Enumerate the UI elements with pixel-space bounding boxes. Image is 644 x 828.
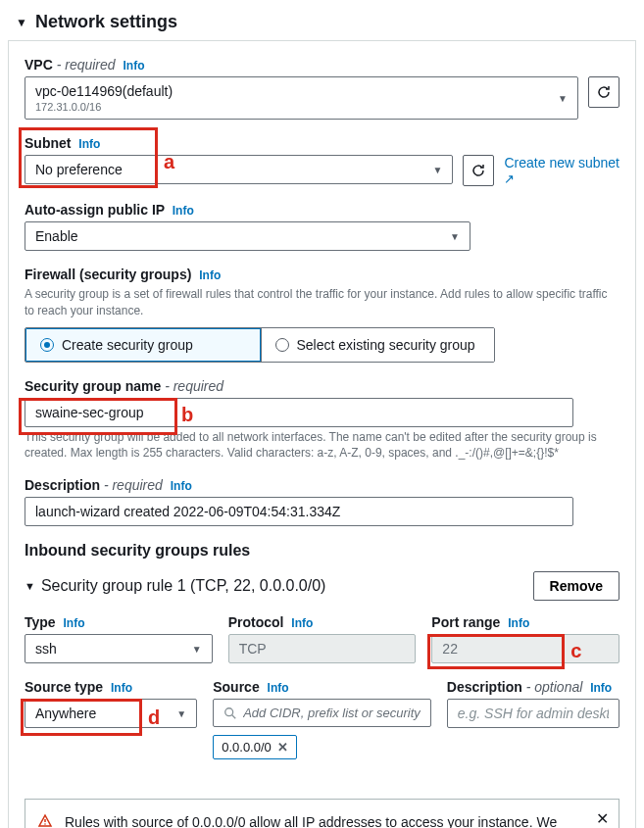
svg-line-1 [232, 714, 236, 718]
rule-port-field: Port range Info 22 c [431, 614, 619, 663]
section-title: Network settings [35, 12, 177, 32]
subnet-label: Subnet Info [25, 135, 619, 151]
sg-name-input[interactable] [25, 398, 573, 427]
vpc-select[interactable]: vpc-0e114969 (default) 172.31.0.0/16 ▼ [25, 76, 578, 120]
create-subnet-container: Create new subnet ↗ [504, 155, 619, 186]
rule-1-header: ▼ Security group rule 1 (TCP, 22, 0.0.0.… [25, 571, 619, 601]
chevron-down-icon: ▼ [176, 708, 186, 719]
rule-source-type-field: Source type Info Anywhere ▼ d [25, 679, 197, 759]
chevron-down-icon: ▼ [558, 93, 568, 104]
sg-name-label: Security group name - required [25, 378, 619, 394]
close-alert-button[interactable]: ✕ [596, 809, 609, 828]
chevron-down-icon: ▼ [192, 644, 202, 655]
subnet-select[interactable]: No preference ▼ [25, 155, 453, 184]
external-link-icon: ↗ [504, 171, 515, 186]
chevron-down-icon: ▼ [433, 165, 443, 175]
vpc-field: VPC - required Info vpc-0e114969 (defaul… [25, 57, 619, 120]
firewall-info-link[interactable]: Info [199, 268, 221, 282]
sg-name-help: This security group will be added to all… [25, 429, 619, 463]
svg-point-0 [225, 707, 233, 715]
warning-alert: Rules with source of 0.0.0.0/0 allow all… [25, 799, 619, 828]
desc-info-link[interactable]: Info [171, 479, 192, 493]
inbound-rules-heading: Inbound security groups rules [25, 542, 619, 560]
rule-row-1: Type Info ssh ▼ Protocol Info TCP Port r… [25, 614, 619, 679]
rule-source-field: Source Info Add CIDR, prefix list or sec… [213, 679, 431, 759]
rule-source-type-select[interactable]: Anywhere ▼ [25, 699, 197, 728]
firewall-field: Firewall (security groups) Info A securi… [25, 267, 619, 363]
rule-collapse-icon[interactable]: ▼ [25, 580, 35, 592]
remove-chip-icon[interactable]: ✕ [277, 740, 288, 755]
remove-rule-button[interactable]: Remove [533, 571, 619, 601]
autoip-select[interactable]: Enable ▼ [25, 221, 471, 251]
refresh-icon [471, 163, 486, 178]
description-field: Description - required Info [25, 477, 619, 526]
source-info-link[interactable]: Info [268, 681, 289, 695]
radio-unchecked-icon [275, 338, 289, 352]
firewall-help: A security group is a set of firewall ru… [25, 286, 619, 319]
description-label: Description - required Info [25, 477, 619, 493]
svg-point-3 [44, 823, 46, 825]
rule-protocol-input: TCP [228, 634, 417, 663]
warning-text: Rules with source of 0.0.0.0/0 allow all… [65, 813, 607, 828]
autoip-info-link[interactable]: Info [173, 204, 194, 218]
autoip-field: Auto-assign public IP Info Enable ▼ [25, 202, 619, 251]
firewall-radio-group: Create security group Select existing se… [25, 327, 495, 363]
rule-row-2: Source type Info Anywhere ▼ d Source Inf… [25, 679, 619, 775]
firewall-label: Firewall (security groups) Info [25, 267, 619, 282]
rule-description-input[interactable] [447, 699, 619, 728]
network-settings-panel: VPC - required Info vpc-0e114969 (defaul… [8, 40, 636, 828]
create-sg-option[interactable]: Create security group [25, 327, 262, 363]
vpc-refresh-button[interactable] [588, 76, 619, 108]
source-cidr-chip[interactable]: 0.0.0.0/0 ✕ [213, 735, 297, 759]
subnet-refresh-button[interactable] [463, 155, 494, 186]
radio-checked-icon [40, 338, 54, 352]
refresh-icon [596, 84, 612, 100]
sg-name-field: Security group name - required This secu… [25, 378, 619, 463]
collapse-icon: ▼ [16, 16, 27, 29]
rule-port-input: 22 [431, 634, 619, 663]
subnet-field: Subnet Info No preference ▼ Create new s… [25, 135, 619, 186]
autoip-label: Auto-assign public IP Info [25, 202, 619, 218]
protocol-info-link[interactable]: Info [291, 616, 313, 630]
search-icon [223, 706, 237, 720]
vpc-info-link[interactable]: Info [124, 59, 145, 73]
rule-description-field: Description - optional Info [447, 679, 619, 759]
subnet-info-link[interactable]: Info [78, 137, 100, 151]
warning-icon [37, 813, 53, 828]
rule-1-title: Security group rule 1 (TCP, 22, 0.0.0.0/… [41, 577, 326, 595]
rule-source-input[interactable]: Add CIDR, prefix list or security [213, 699, 431, 727]
rule-type-select[interactable]: ssh ▼ [25, 634, 213, 663]
create-subnet-link[interactable]: Create new subnet ↗ [504, 155, 619, 186]
section-header[interactable]: ▼ Network settings [0, 0, 644, 40]
rule-type-field: Type Info ssh ▼ [25, 614, 213, 663]
type-info-link[interactable]: Info [64, 616, 85, 630]
rdesc-info-link[interactable]: Info [590, 681, 612, 695]
sourcetype-info-link[interactable]: Info [111, 681, 132, 695]
select-sg-option[interactable]: Select existing security group [261, 328, 495, 362]
rule-protocol-field: Protocol Info TCP [228, 614, 417, 663]
vpc-label: VPC - required Info [25, 57, 619, 73]
chevron-down-icon: ▼ [450, 231, 460, 242]
description-input[interactable] [25, 497, 573, 526]
port-info-link[interactable]: Info [508, 616, 529, 630]
